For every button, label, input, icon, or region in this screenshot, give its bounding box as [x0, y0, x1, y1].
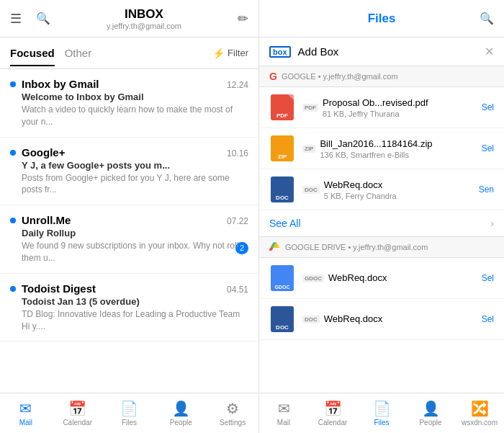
- see-all-label: See All: [269, 218, 490, 229]
- pdf-icon: [271, 94, 294, 120]
- docx-file-meta: 5 KB, Ferry Chandra: [324, 192, 479, 200]
- nav-settings-left[interactable]: ⚙ Settings: [207, 393, 258, 433]
- nav-settings-label-left: Settings: [220, 419, 246, 427]
- gdoc-icon-wrapper: [269, 265, 295, 291]
- calendar-icon-right: 📅: [324, 400, 342, 417]
- tab-other[interactable]: Other: [65, 40, 102, 66]
- people-icon-left: 👤: [172, 400, 190, 417]
- nav-files-right[interactable]: 📄 Files: [357, 393, 406, 433]
- nav-files-label-left: Files: [122, 419, 137, 427]
- files-icon-left: 📄: [120, 400, 138, 417]
- right-panel: Files 🔍 box Add Box ✕ G GOOGLE • y.jeffr…: [259, 0, 504, 433]
- nav-people-label-left: People: [170, 419, 192, 427]
- email-sender-2: Unroll.Me: [22, 214, 71, 226]
- pdf-file-name: Proposal Ob...revised.pdf: [323, 97, 482, 108]
- email-preview-3: TD Blog: Innovative Ideas for Leading a …: [22, 308, 248, 333]
- mail-icon-left: ✉: [19, 400, 32, 417]
- files-title: Files: [284, 12, 480, 26]
- file-item-zip[interactable]: ZIP Bill_Jan2016...1184164.zip 136 KB, S…: [259, 128, 504, 169]
- email-item-2[interactable]: Unroll.Me 07.22 Daily Rollup We found 9 …: [0, 205, 258, 274]
- nav-people-right[interactable]: 👤 People: [406, 393, 455, 433]
- drive-docx-file-action[interactable]: Sel: [482, 314, 494, 324]
- email-sender-1: Google+: [22, 146, 65, 159]
- drive-docx-tag: DOC: [302, 316, 320, 323]
- nav-files-label-right: Files: [374, 419, 389, 427]
- file-item-gdoc[interactable]: GDOC WebReq.docx Sel: [259, 258, 504, 299]
- filter-button[interactable]: ⚡ Filter: [212, 48, 248, 59]
- pdf-icon-wrapper: [269, 94, 295, 120]
- nav-calendar-left[interactable]: 📅 Calendar: [52, 393, 104, 433]
- close-icon[interactable]: ✕: [485, 45, 494, 58]
- email-time-2: 07.22: [227, 216, 248, 226]
- left-panel: ☰ 🔍 INBOX y.jeffry.th@gmail.com ✏ Focuse…: [0, 0, 259, 433]
- nav-people-label-right: People: [419, 419, 441, 427]
- zip-tag: ZIP: [302, 145, 315, 153]
- nav-wsxdn-label-right: wsxdn.com: [462, 419, 498, 427]
- nav-calendar-label-left: Calendar: [63, 419, 92, 427]
- gdoc-file-action[interactable]: Sel: [482, 273, 494, 283]
- chevron-right-icon: ›: [490, 218, 494, 229]
- nav-people-left[interactable]: 👤 People: [155, 393, 207, 433]
- nav-mail-right[interactable]: ✉ Mail: [259, 393, 308, 433]
- tab-focused[interactable]: Focused: [10, 40, 65, 66]
- docx-icon: [271, 177, 294, 202]
- google-g-icon: G: [269, 71, 277, 82]
- email-subject-1: Y J, a few Google+ posts you m...: [22, 160, 248, 171]
- file-item-drive-docx[interactable]: DOC WebReq.docx Sel: [259, 299, 504, 340]
- see-all-row[interactable]: See All ›: [259, 210, 504, 237]
- email-subject-2: Daily Rollup: [22, 228, 248, 238]
- mail-icon-right: ✉: [278, 400, 290, 417]
- drive-docx-icon: [271, 306, 294, 332]
- google-section-header: G GOOGLE • y.jeffry.th@gmail.com: [259, 66, 504, 87]
- zip-icon: [271, 135, 294, 161]
- pdf-file-action[interactable]: Sel: [482, 102, 494, 112]
- people-icon-right: 👤: [422, 400, 440, 417]
- email-header-row-3: Todoist Digest 04.51: [22, 282, 248, 295]
- file-item-pdf[interactable]: PDF Proposal Ob...revised.pdf 81 KB, Jef…: [259, 87, 504, 128]
- email-list: Inbox by Gmail 12.24 Welcome to Inbox by…: [0, 69, 258, 393]
- docx-file-action[interactable]: Sen: [479, 184, 494, 195]
- compose-icon[interactable]: ✏: [238, 11, 248, 27]
- email-header-row-0: Inbox by Gmail 12.24: [22, 78, 248, 90]
- files-header: Files 🔍: [259, 0, 504, 37]
- nav-mail-label-left: Mail: [19, 419, 32, 427]
- filter-label: Filter: [228, 48, 248, 58]
- docx-file-name: WebReq.docx: [324, 179, 479, 190]
- zip-icon-wrapper: [269, 135, 295, 161]
- nav-calendar-right[interactable]: 📅 Calendar: [308, 393, 357, 433]
- files-icon-right: 📄: [373, 400, 391, 417]
- email-item-3[interactable]: Todoist Digest 04.51 Todoist Jan 13 (5 o…: [0, 274, 258, 342]
- zip-file-meta: 136 KB, Smartfren e-Bills: [320, 151, 481, 159]
- wsxdn-icon-right: 🔀: [471, 400, 489, 417]
- search-icon-left[interactable]: 🔍: [36, 12, 50, 25]
- email-header-row-2: Unroll.Me 07.22: [22, 214, 248, 226]
- zip-file-info: Bill_Jan2016...1184164.zip 136 KB, Smart…: [320, 138, 481, 159]
- gdoc-file-name: WebReq.docx: [328, 272, 482, 283]
- filter-icon: ⚡: [212, 48, 225, 59]
- search-icon-right[interactable]: 🔍: [480, 12, 494, 25]
- docx-tag: DOC: [302, 186, 320, 194]
- zip-file-action[interactable]: Sel: [482, 143, 494, 153]
- menu-icon[interactable]: ☰: [10, 11, 22, 27]
- nav-files-left[interactable]: 📄 Files: [104, 393, 156, 433]
- nav-mail-left[interactable]: ✉ Mail: [0, 393, 52, 433]
- unread-dot-3: [10, 286, 16, 292]
- box-logo: box: [269, 46, 291, 58]
- inbox-subtitle: y.jeffry.th@gmail.com: [50, 22, 238, 30]
- gdoc-tag: GDOC: [302, 274, 324, 282]
- email-preview-0: Watch a video to quickly learn how to ma…: [22, 104, 248, 128]
- file-item-docx[interactable]: DOC WebReq.docx 5 KB, Ferry Chandra Sen: [259, 169, 504, 210]
- drive-docx-file-info: WebReq.docx: [324, 313, 482, 326]
- gdoc-file-info: WebReq.docx: [328, 272, 482, 285]
- unread-dot-0: [10, 81, 16, 87]
- calendar-icon-left: 📅: [68, 400, 86, 417]
- email-item-1[interactable]: Google+ 10.16 Y J, a few Google+ posts y…: [0, 138, 258, 206]
- nav-wsxdn-right[interactable]: 🔀 wsxdn.com: [455, 393, 504, 433]
- bottom-nav-right: ✉ Mail 📅 Calendar 📄 Files 👤 People 🔀 wsx…: [259, 393, 504, 433]
- email-header-row-1: Google+ 10.16: [22, 146, 248, 159]
- bottom-nav-left: ✉ Mail 📅 Calendar 📄 Files 👤 People ⚙ Set…: [0, 393, 258, 433]
- gdrive-section-header: GOOGLE DRIVE • y.jeffry.th@gmail.com: [259, 237, 504, 258]
- add-box-row[interactable]: box Add Box ✕: [259, 37, 504, 66]
- email-item-0[interactable]: Inbox by Gmail 12.24 Welcome to Inbox by…: [0, 69, 258, 138]
- docx-file-info: WebReq.docx 5 KB, Ferry Chandra: [324, 179, 479, 200]
